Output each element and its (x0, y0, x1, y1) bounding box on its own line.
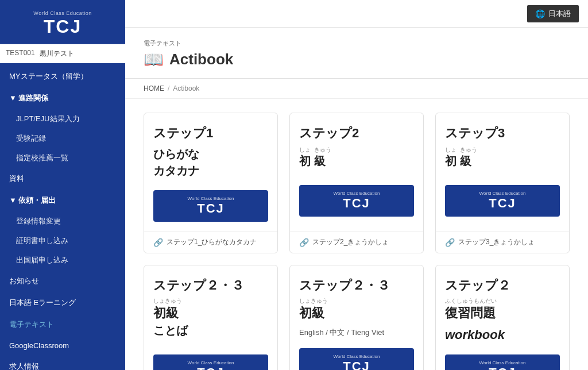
book-icon: 📖 (144, 50, 164, 69)
card-step2-main: 初 級 (299, 153, 331, 169)
card-step23-english-label: ステップ２・３ (299, 277, 390, 294)
breadcrumb: HOME / Actibook (125, 79, 588, 99)
sidebar-nav: MYステータス（留学） ▼ 進路関係 JLPT/EJU結果入力 受験記録 指定校… (0, 63, 125, 370)
sidebar-item-jobs[interactable]: 求人情報 (0, 356, 125, 370)
sidebar-item-notices[interactable]: お知らせ (0, 270, 125, 292)
card-step23-kotoba-subtitle: しょきゅう 初級 ことば (153, 298, 188, 345)
card-step23-kotoba-label: ステップ２・３ (153, 277, 244, 294)
card-step23-english-sub: English / 中文 / Tieng Viet (299, 327, 384, 338)
card-step23-english-shokyu: 初級 (299, 305, 328, 322)
card-step23-kotoba[interactable]: ステップ２・３ しょきゅう 初級 ことば World Class Educati… (144, 265, 278, 370)
card-step3-badge: World Class Education TCJ (445, 185, 560, 217)
sidebar-item-recommended-schools[interactable]: 指定校推薦一覧 (0, 148, 125, 168)
card-step1-hiragana: ひらがな (153, 147, 199, 162)
card-step23-kotoba-ruby: しょきゅう (153, 298, 188, 305)
sidebar-item-elearning[interactable]: 日本語 Eラーニング (0, 292, 125, 314)
badge-world-class-2: World Class Education (310, 191, 404, 196)
sidebar-section-requests: ▼ 依頼・届出 (0, 190, 125, 211)
card-step2-workbook-text: workbook (445, 327, 505, 342)
card-step1-katakana: カタカナ (153, 163, 199, 179)
sidebar-logo: World Class Education TCJ (0, 0, 125, 44)
badge-tcj-2: TCJ (310, 196, 404, 211)
card-step23-kotoba-kotoba: ことば (153, 323, 188, 338)
sidebar-item-certificate[interactable]: 証明書申し込み (0, 231, 125, 250)
badge-world-class-4: World Class Education (164, 360, 258, 365)
card-step23-kotoba-body: ステップ２・３ しょきゅう 初級 ことば World Class Educati… (144, 265, 277, 370)
badge-tcj-6: TCJ (455, 365, 550, 370)
badge-tcj-4: TCJ (164, 365, 258, 370)
card-step1-badge: World Class Education TCJ (153, 190, 268, 222)
badge-tcj-5: TCJ (310, 359, 404, 370)
sidebar: World Class Education TCJ TEST001 黒川テスト … (0, 0, 125, 370)
card-step23-english-subtitle: しょきゅう 初級 (299, 298, 328, 323)
card-step3-footer-label: ステップ3_きょうかしょ (458, 237, 535, 247)
user-id: TEST001 (6, 49, 35, 59)
card-step3-footer: 🔗 ステップ3_きょうかしょ (436, 231, 569, 253)
page-header: 電子テキスト 📖 Actibook (125, 28, 588, 79)
globe-icon: 🌐 (535, 9, 545, 18)
card-step2-body: ステップ2 しょ きゅう 初 級 World Class Education T… (290, 113, 423, 231)
card-step2-badge: World Class Education TCJ (299, 185, 414, 217)
cards-grid: ステップ1 ひらがな カタカナ World Class Education TC… (125, 99, 588, 370)
sidebar-item-digital-text[interactable]: 電子テキスト (0, 314, 125, 336)
breadcrumb-home[interactable]: HOME (144, 84, 164, 92)
sidebar-item-my-status[interactable]: MYステータス（留学） (0, 65, 125, 87)
app-label: 電子テキスト (144, 39, 570, 48)
sidebar-item-departure[interactable]: 出国届申し込み (0, 250, 125, 270)
card-step3-main: 初 級 (445, 153, 477, 169)
card-step2-workbook-fukushu: 復習問題 (445, 305, 497, 322)
card-step1-body: ステップ1 ひらがな カタカナ World Class Education TC… (144, 113, 277, 231)
sidebar-item-google-classroom[interactable]: GoogleClassroom (0, 336, 125, 356)
badge-world-class-6: World Class Education (455, 360, 550, 365)
link-icon-3: 🔗 (445, 238, 455, 247)
card-step3-body: ステップ3 しょ きゅう 初 級 World Class Education T… (436, 113, 569, 231)
card-step1-footer: 🔗 ステップ1_ひらがなカタカナ (144, 231, 277, 253)
card-step2-workbook-badge: World Class Education TCJ (445, 354, 560, 370)
content-area: 電子テキスト 📖 Actibook HOME / Actibook ステップ1 … (125, 28, 588, 370)
sidebar-item-materials[interactable]: 資料 (0, 168, 125, 190)
breadcrumb-current: Actibook (173, 84, 199, 92)
card-step23-kotoba-badge: World Class Education TCJ (153, 354, 268, 370)
link-icon-2: 🔗 (299, 238, 309, 247)
card-step23-english[interactable]: ステップ２・３ しょきゅう 初級 English / 中文 / Tieng Vi… (289, 265, 424, 370)
user-name: 黒川テスト (40, 49, 74, 59)
card-step3-label: ステップ3 (445, 125, 505, 142)
language-button[interactable]: 🌐 日本語 (527, 5, 579, 22)
card-step23-english-body: ステップ２・３ しょきゅう 初級 English / 中文 / Tieng Vi… (290, 265, 423, 370)
badge-tcj-3: TCJ (455, 196, 550, 211)
main-content: 🌐 日本語 電子テキスト 📖 Actibook HOME / Actibook … (125, 0, 588, 370)
card-step1[interactable]: ステップ1 ひらがな カタカナ World Class Education TC… (144, 113, 278, 253)
card-step3-subtitle: しょ きゅう 初 級 (445, 147, 477, 176)
card-step3-ruby: しょ きゅう (445, 147, 477, 153)
sidebar-item-exam-records[interactable]: 受験記録 (0, 129, 125, 148)
card-step2-label: ステップ2 (299, 125, 359, 142)
card-step23-english-badge: World Class Education TCJ (299, 348, 414, 370)
sidebar-item-registration-change[interactable]: 登録情報変更 (0, 211, 125, 231)
card-step2-workbook-subtitle: ふくしゅうもんだい 復習問題 (445, 298, 497, 323)
badge-world-class-5: World Class Education (310, 354, 404, 359)
badge-world-class: World Class Education (164, 196, 258, 201)
card-step2[interactable]: ステップ2 しょ きゅう 初 級 World Class Education T… (289, 113, 424, 253)
card-step2-footer: 🔗 ステップ2_きょうかしょ (290, 231, 423, 253)
card-step2-workbook[interactable]: ステップ２ ふくしゅうもんだい 復習問題 workbook World Clas… (435, 265, 570, 370)
card-step2-subtitle: しょ きゅう 初 級 (299, 147, 331, 176)
sidebar-item-jlpt[interactable]: JLPT/EJU結果入力 (0, 109, 125, 129)
tcj-logo: TCJ (9, 17, 116, 36)
card-step2-workbook-ruby: ふくしゅうもんだい (445, 298, 497, 305)
card-step1-label: ステップ1 (153, 125, 213, 142)
card-step2-footer-label: ステップ2_きょうかしょ (312, 237, 389, 247)
topbar: 🌐 日本語 (125, 0, 588, 28)
link-icon: 🔗 (153, 238, 163, 247)
sidebar-section-career: ▼ 進路関係 (0, 87, 125, 109)
card-step23-kotoba-shokyu: 初級 (153, 305, 188, 322)
badge-world-class-3: World Class Education (455, 191, 550, 196)
card-step3[interactable]: ステップ3 しょ きゅう 初 級 World Class Education T… (435, 113, 570, 253)
card-step2-workbook-label: ステップ２ (445, 277, 510, 294)
user-bar: TEST001 黒川テスト (0, 44, 125, 63)
breadcrumb-separator: / (168, 84, 169, 92)
card-step2-workbook-body: ステップ２ ふくしゅうもんだい 復習問題 workbook World Clas… (436, 265, 569, 370)
app-title: Actibook (169, 51, 233, 68)
world-class-label: World Class Education (9, 10, 116, 16)
badge-tcj: TCJ (164, 201, 258, 216)
card-step2-ruby: しょ きゅう (299, 147, 331, 153)
